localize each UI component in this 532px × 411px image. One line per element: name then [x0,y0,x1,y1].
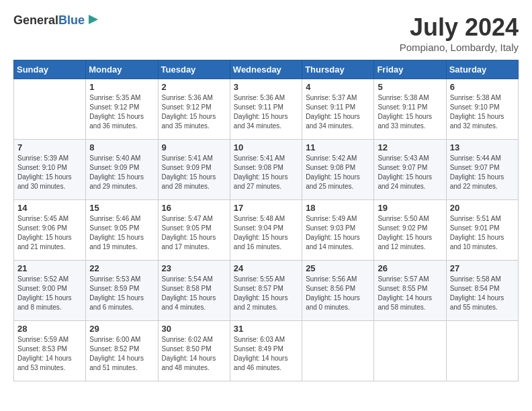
calendar-cell: 26Sunrise: 5:57 AM Sunset: 8:55 PM Dayli… [374,261,446,321]
day-number: 25 [306,263,370,273]
day-info: Sunrise: 5:57 AM Sunset: 8:55 PM Dayligh… [378,275,442,312]
weekday-header-tuesday: Tuesday [158,60,230,79]
svg-marker-0 [89,15,98,24]
page-header: GeneralBlue July 2024 Pompiano, Lombardy… [13,13,519,53]
day-number: 9 [162,142,226,152]
calendar-cell: 18Sunrise: 5:49 AM Sunset: 9:03 PM Dayli… [302,200,374,261]
day-number: 12 [378,142,442,152]
calendar-cell: 22Sunrise: 5:53 AM Sunset: 8:59 PM Dayli… [86,261,158,321]
day-info: Sunrise: 5:58 AM Sunset: 8:54 PM Dayligh… [450,275,515,312]
calendar-cell: 17Sunrise: 5:48 AM Sunset: 9:04 PM Dayli… [230,200,302,261]
weekday-header-thursday: Thursday [302,60,374,79]
day-number: 30 [162,324,226,334]
day-info: Sunrise: 5:52 AM Sunset: 9:00 PM Dayligh… [17,275,82,312]
calendar-cell: 13Sunrise: 5:44 AM Sunset: 9:07 PM Dayli… [446,140,518,200]
day-info: Sunrise: 5:36 AM Sunset: 9:12 PM Dayligh… [162,93,226,131]
day-number: 5 [378,82,442,92]
calendar-cell [14,79,86,140]
weekday-header-monday: Monday [86,60,158,79]
calendar-cell: 14Sunrise: 5:45 AM Sunset: 9:06 PM Dayli… [14,200,86,261]
calendar-cell: 28Sunrise: 5:59 AM Sunset: 8:53 PM Dayli… [14,321,86,381]
day-number: 27 [450,263,515,273]
day-number: 26 [378,263,442,273]
calendar-cell: 20Sunrise: 5:51 AM Sunset: 9:01 PM Dayli… [446,200,518,261]
calendar-cell: 5Sunrise: 5:38 AM Sunset: 9:11 PM Daylig… [374,79,446,140]
day-number: 22 [89,263,154,273]
day-info: Sunrise: 5:42 AM Sunset: 9:08 PM Dayligh… [306,154,370,191]
calendar-cell: 10Sunrise: 5:41 AM Sunset: 9:08 PM Dayli… [230,140,302,200]
logo-general: General [13,13,58,27]
day-info: Sunrise: 5:44 AM Sunset: 9:07 PM Dayligh… [450,154,515,191]
day-info: Sunrise: 5:41 AM Sunset: 9:08 PM Dayligh… [234,154,298,191]
location-subtitle: Pompiano, Lombardy, Italy [400,42,519,53]
logo: GeneralBlue [13,13,99,28]
calendar-table: SundayMondayTuesdayWednesdayThursdayFrid… [13,60,519,381]
calendar-cell: 24Sunrise: 5:55 AM Sunset: 8:57 PM Dayli… [230,261,302,321]
weekday-header-friday: Friday [374,60,446,79]
calendar-header-row: SundayMondayTuesdayWednesdayThursdayFrid… [14,60,519,79]
day-info: Sunrise: 5:49 AM Sunset: 9:03 PM Dayligh… [306,214,370,252]
calendar-cell: 25Sunrise: 5:56 AM Sunset: 8:56 PM Dayli… [302,261,374,321]
calendar-cell: 29Sunrise: 6:00 AM Sunset: 8:52 PM Dayli… [86,321,158,381]
calendar-cell: 2Sunrise: 5:36 AM Sunset: 9:12 PM Daylig… [158,79,230,140]
calendar-cell: 12Sunrise: 5:43 AM Sunset: 9:07 PM Dayli… [374,140,446,200]
day-info: Sunrise: 5:35 AM Sunset: 9:12 PM Dayligh… [89,93,154,131]
day-number: 23 [162,263,226,273]
day-info: Sunrise: 5:47 AM Sunset: 9:05 PM Dayligh… [162,214,226,252]
day-number: 28 [17,324,82,334]
day-info: Sunrise: 5:50 AM Sunset: 9:02 PM Dayligh… [378,214,442,252]
day-info: Sunrise: 6:00 AM Sunset: 8:52 PM Dayligh… [89,335,154,373]
day-number: 15 [89,203,154,213]
day-number: 21 [17,263,82,273]
day-info: Sunrise: 6:02 AM Sunset: 8:50 PM Dayligh… [162,335,226,373]
day-info: Sunrise: 5:54 AM Sunset: 8:58 PM Dayligh… [162,275,226,312]
day-number: 7 [17,142,82,152]
calendar-cell: 9Sunrise: 5:41 AM Sunset: 9:09 PM Daylig… [158,140,230,200]
day-info: Sunrise: 5:39 AM Sunset: 9:10 PM Dayligh… [17,154,82,191]
day-info: Sunrise: 5:48 AM Sunset: 9:04 PM Dayligh… [234,214,298,252]
calendar-week-row: 21Sunrise: 5:52 AM Sunset: 9:00 PM Dayli… [14,261,519,321]
day-number: 2 [162,82,226,92]
calendar-cell: 6Sunrise: 5:38 AM Sunset: 9:10 PM Daylig… [446,79,518,140]
calendar-cell: 4Sunrise: 5:37 AM Sunset: 9:11 PM Daylig… [302,79,374,140]
calendar-cell: 15Sunrise: 5:46 AM Sunset: 9:05 PM Dayli… [86,200,158,261]
day-number: 17 [234,203,298,213]
day-info: Sunrise: 5:59 AM Sunset: 8:53 PM Dayligh… [17,335,82,373]
day-info: Sunrise: 5:38 AM Sunset: 9:11 PM Dayligh… [378,93,442,131]
calendar-cell: 16Sunrise: 5:47 AM Sunset: 9:05 PM Dayli… [158,200,230,261]
calendar-cell: 8Sunrise: 5:40 AM Sunset: 9:09 PM Daylig… [86,140,158,200]
calendar-cell: 27Sunrise: 5:58 AM Sunset: 8:54 PM Dayli… [446,261,518,321]
calendar-cell: 7Sunrise: 5:39 AM Sunset: 9:10 PM Daylig… [14,140,86,200]
day-number: 13 [450,142,515,152]
month-year-title: July 2024 [400,13,519,42]
calendar-cell [374,321,446,381]
calendar-cell: 23Sunrise: 5:54 AM Sunset: 8:58 PM Dayli… [158,261,230,321]
calendar-cell: 3Sunrise: 5:36 AM Sunset: 9:11 PM Daylig… [230,79,302,140]
calendar-cell [302,321,374,381]
day-number: 4 [306,82,370,92]
day-number: 19 [378,203,442,213]
weekday-header-sunday: Sunday [14,60,86,79]
day-info: Sunrise: 5:40 AM Sunset: 9:09 PM Dayligh… [89,154,154,191]
logo-blue: Blue [58,13,85,27]
day-number: 18 [306,203,370,213]
weekday-header-saturday: Saturday [446,60,518,79]
day-number: 24 [234,263,298,273]
calendar-week-row: 28Sunrise: 5:59 AM Sunset: 8:53 PM Dayli… [14,321,519,381]
day-info: Sunrise: 5:45 AM Sunset: 9:06 PM Dayligh… [17,214,82,252]
calendar-cell: 1Sunrise: 5:35 AM Sunset: 9:12 PM Daylig… [86,79,158,140]
calendar-week-row: 1Sunrise: 5:35 AM Sunset: 9:12 PM Daylig… [14,79,519,140]
day-info: Sunrise: 5:41 AM Sunset: 9:09 PM Dayligh… [162,154,226,191]
day-number: 10 [234,142,298,152]
day-number: 1 [89,82,154,92]
title-block: July 2024 Pompiano, Lombardy, Italy [400,13,519,53]
logo-arrow-icon [87,13,99,26]
calendar-cell: 11Sunrise: 5:42 AM Sunset: 9:08 PM Dayli… [302,140,374,200]
day-number: 20 [450,203,515,213]
day-info: Sunrise: 5:38 AM Sunset: 9:10 PM Dayligh… [450,93,515,131]
calendar-cell: 21Sunrise: 5:52 AM Sunset: 9:00 PM Dayli… [14,261,86,321]
day-number: 3 [234,82,298,92]
day-number: 31 [234,324,298,334]
calendar-cell [446,321,518,381]
day-number: 29 [89,324,154,334]
